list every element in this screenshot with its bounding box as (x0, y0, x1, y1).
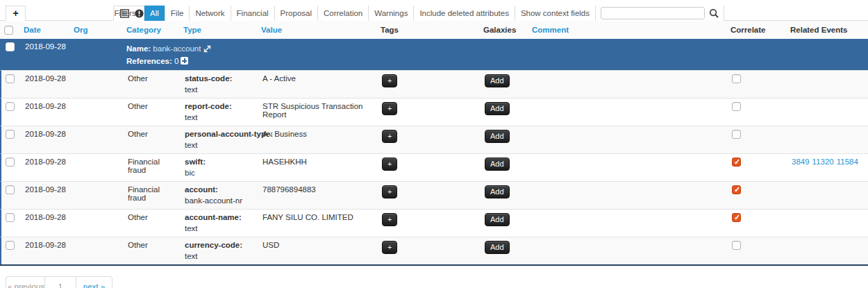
related-event-link[interactable]: 3849 (792, 158, 810, 166)
add-galaxy-button[interactable]: Add (485, 213, 510, 226)
correlate-checkbox[interactable] (732, 102, 741, 111)
attribute-org (71, 99, 124, 126)
add-tag-button[interactable]: + (382, 241, 397, 254)
row-select-checkbox[interactable] (6, 130, 15, 139)
object-header-row: 2018-09-28 Name: bank-account References… (0, 39, 868, 70)
add-tag-button[interactable]: + (382, 102, 397, 115)
add-attribute-button[interactable]: + (6, 6, 26, 21)
column-header-comment[interactable]: Comment (528, 22, 726, 37)
select-all-cell (0, 22, 19, 37)
add-tag-button[interactable]: + (382, 74, 397, 87)
attribute-date: 2018-09-28 (21, 71, 71, 98)
attribute-type: account-name:text (181, 210, 258, 237)
attribute-value: A - Active (258, 71, 378, 98)
row-select-checkbox[interactable] (6, 241, 15, 250)
attribute-comment (529, 71, 728, 98)
attribute-type-name: account: (185, 185, 254, 194)
select-all-checkbox[interactable] (4, 26, 13, 35)
row-select-checkbox[interactable] (6, 102, 15, 111)
related-events-cell (787, 99, 868, 126)
pagination-current-page[interactable]: 1 (45, 276, 76, 288)
attribute-value-type: text (185, 141, 254, 149)
attribute-date: 2018-09-28 (21, 237, 71, 264)
add-galaxy-button[interactable]: Add (485, 130, 510, 143)
add-tag-button[interactable]: + (382, 213, 397, 226)
filter-tab-include-deleted-attributes[interactable]: Include deleted attributes (413, 6, 515, 21)
related-events-cell (787, 182, 868, 209)
correlate-checkbox[interactable] (732, 185, 741, 194)
attribute-value-type: text (185, 113, 254, 121)
add-galaxy-button[interactable]: Add (485, 241, 510, 254)
related-events-cell: 38491132011584 (787, 154, 868, 181)
object-select-checkbox[interactable] (6, 42, 15, 51)
add-galaxy-button[interactable]: Add (485, 185, 510, 198)
column-header-type[interactable]: Type (179, 22, 257, 37)
row-select-checkbox[interactable] (6, 158, 15, 167)
filter-tab-financial[interactable]: Financial (231, 6, 274, 21)
expand-object-icon[interactable] (203, 46, 211, 54)
table-bottom-border (0, 264, 868, 266)
attributes-table: DateOrgCategoryTypeValueTagsGalaxiesComm… (0, 21, 868, 266)
object-name[interactable]: bank-account (153, 44, 201, 53)
filter-tab-network[interactable]: Network (189, 6, 230, 21)
pagination-next[interactable]: next » (76, 276, 112, 288)
search-icon[interactable] (709, 8, 719, 18)
attribute-value: 788796894883 (258, 182, 378, 209)
add-tag-button[interactable]: + (382, 158, 397, 171)
column-header-correlate: Correlate (726, 22, 786, 37)
attribute-category: Other (124, 71, 181, 98)
column-header-value[interactable]: Value (257, 22, 376, 37)
search-tab (595, 6, 724, 21)
filter-tab-show-context-fields[interactable]: Show context fields (515, 6, 595, 21)
attribute-comment (529, 237, 728, 264)
object-info: Name: bank-account References: 0 (124, 39, 211, 70)
filter-tab-correlation[interactable]: Correlation (317, 6, 368, 21)
related-events-cell (787, 71, 868, 98)
attribute-category: Financial fraud (124, 154, 181, 181)
attribute-type: currency-code:text (181, 237, 258, 264)
add-galaxy-button[interactable]: Add (485, 158, 510, 171)
add-galaxy-button[interactable]: Add (485, 74, 510, 87)
filter-tab-proposal[interactable]: Proposal (274, 6, 317, 21)
related-event-link[interactable]: 11320 (812, 158, 834, 166)
attribute-rows: 2018-09-28Otherstatus-code:textA - Activ… (0, 70, 868, 264)
attribute-org (71, 126, 124, 153)
attribute-value-type: bic (185, 169, 254, 177)
add-galaxy-button[interactable]: Add (485, 102, 510, 115)
filters-label: Filters: (115, 6, 144, 21)
plus-icon: + (12, 8, 18, 18)
filter-tab-warnings[interactable]: Warnings (368, 6, 413, 21)
table-header-row: DateOrgCategoryTypeValueTagsGalaxiesComm… (0, 21, 868, 39)
attribute-toolbar: + Filters: AllFileNetworkFinancialPropos… (0, 0, 868, 21)
column-header-date[interactable]: Date (19, 22, 69, 37)
correlate-checkbox[interactable] (732, 241, 741, 250)
row-select-checkbox[interactable] (6, 74, 15, 83)
attribute-type: account:bank-account-nr (181, 182, 258, 209)
pagination-previous[interactable]: « previous (6, 276, 45, 288)
correlate-checkbox[interactable] (732, 213, 741, 222)
add-tag-button[interactable]: + (382, 130, 397, 143)
pagination: « previous 1 next » (6, 276, 112, 288)
filter-tab-all[interactable]: All (144, 6, 165, 21)
row-select-checkbox[interactable] (6, 213, 15, 222)
table-row: 2018-09-28Otherpersonal-account-type:tex… (0, 126, 868, 153)
column-header-tags: Tags (376, 22, 479, 37)
add-tag-button[interactable]: + (382, 185, 397, 198)
column-header-category[interactable]: Category (122, 22, 179, 37)
correlate-checkbox[interactable] (732, 130, 741, 139)
object-org-cell (71, 39, 124, 70)
related-event-link[interactable]: 11584 (837, 158, 858, 166)
attribute-comment (529, 210, 728, 237)
attribute-type-name: report-code: (185, 102, 254, 110)
correlate-checkbox[interactable] (732, 158, 741, 167)
column-header-org[interactable]: Org (69, 22, 122, 37)
correlate-checkbox[interactable] (732, 74, 741, 83)
filter-tab-file[interactable]: File (165, 6, 190, 21)
search-input[interactable] (601, 7, 705, 19)
add-reference-icon[interactable] (181, 57, 188, 65)
attribute-category: Other (124, 237, 181, 264)
related-events-cell (787, 126, 868, 153)
attribute-value-type: text (185, 252, 254, 260)
row-select-checkbox[interactable] (6, 185, 15, 194)
column-header-galaxies: Galaxies (479, 22, 528, 37)
